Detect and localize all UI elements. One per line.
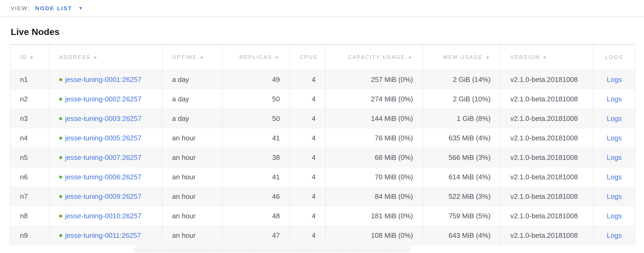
cell-address: jesse-tuning-0001:26257 [50,70,162,89]
column-header-address[interactable]: ADDRESS▼ [50,45,162,70]
cell-version: v2.1.0-beta.20181008 [501,206,594,226]
cell-mem_usage: 522 MiB (3%) [423,187,501,206]
sort-desc-icon: ▼ [93,55,98,60]
node-address-link[interactable]: jesse-tuning-0011:26257 [65,231,141,240]
column-header-id[interactable]: ID▼ [10,45,50,70]
cell-logs: Logs [594,109,635,128]
node-address-link[interactable]: jesse-tuning-0006:26257 [65,173,141,181]
cell-replicas: 41 [222,167,290,187]
cell-replicas: 49 [222,70,290,89]
column-header-label: VERSION [510,54,540,60]
node-status-icon [59,117,62,120]
column-header-version[interactable]: VERSION▼ [501,45,594,70]
cell-version: v2.1.0-beta.20181008 [501,128,594,148]
cell-address: jesse-tuning-0010:26257 [50,206,162,226]
cell-version: v2.1.0-beta.20181008 [501,167,594,187]
cell-uptime: an hour [162,226,222,245]
cell-cpus: 4 [290,128,326,148]
cell-logs: Logs [594,226,635,245]
cell-replicas: 41 [222,128,290,148]
column-header-replicas[interactable]: REPLICAS▼ [222,45,290,70]
cell-capacity_usage: 108 MiB (0%) [326,226,423,245]
cell-capacity_usage: 76 MiB (0%) [326,128,423,148]
column-header-mem_usage[interactable]: MEM USAGE▼ [423,45,501,70]
cell-capacity_usage: 257 MiB (0%) [326,70,423,89]
table-row: n6jesse-tuning-0006:26257an hour41470 Mi… [10,167,635,187]
node-address-link[interactable]: jesse-tuning-0010:26257 [65,212,141,220]
view-selector-dropdown[interactable]: NODE LIST ▼ [35,5,83,11]
cell-address: jesse-tuning-0005:26257 [50,128,162,148]
column-header-label: ADDRESS [59,54,91,60]
cell-cpus: 4 [290,206,326,226]
cell-address: jesse-tuning-0006:26257 [50,167,162,187]
cell-logs: Logs [594,167,635,187]
table-row: n9jesse-tuning-0011:26257an hour474108 M… [10,226,635,245]
table-row: n7jesse-tuning-0009:26257an hour46484 Mi… [10,187,635,206]
sort-desc-icon: ▼ [408,55,413,60]
column-header-capacity_usage[interactable]: CAPACITY USAGE▼ [326,45,423,70]
column-header-uptime[interactable]: UPTIME▼ [162,45,222,70]
cell-cpus: 4 [290,70,326,89]
column-header-label: LOGS [605,54,623,60]
node-address-link[interactable]: jesse-tuning-0007:26257 [65,153,141,162]
node-status-icon [59,98,62,101]
horizontal-scrollbar-thumb[interactable] [133,246,411,252]
node-logs-link[interactable]: Logs [607,231,622,239]
column-header-label: UPTIME [172,54,197,60]
node-status-icon [59,78,62,81]
cell-uptime: a day [162,89,222,109]
cell-address: jesse-tuning-0003:26257 [50,109,162,128]
cell-uptime: a day [162,70,222,89]
node-logs-link[interactable]: Logs [607,212,622,220]
node-status-icon [59,137,62,140]
cell-mem_usage: 2 GiB (14%) [423,70,501,89]
cell-replicas: 50 [222,109,290,128]
cell-id: n2 [10,89,50,109]
cell-version: v2.1.0-beta.20181008 [501,70,594,89]
cell-id: n8 [10,206,50,226]
cell-address: jesse-tuning-0007:26257 [50,148,162,167]
cell-version: v2.1.0-beta.20181008 [501,187,594,206]
node-logs-link[interactable]: Logs [607,134,622,142]
column-header-label: CPUS [300,54,318,60]
node-logs-link[interactable]: Logs [607,173,622,181]
cell-cpus: 4 [290,89,326,109]
cell-version: v2.1.0-beta.20181008 [501,89,594,109]
node-address-link[interactable]: jesse-tuning-0002:26257 [65,95,141,103]
cell-capacity_usage: 144 MiB (0%) [326,109,423,128]
view-bar: VIEW: NODE LIST ▼ [0,0,644,17]
node-address-link[interactable]: jesse-tuning-0009:26257 [65,192,141,201]
cell-mem_usage: 566 MiB (3%) [423,148,501,167]
cell-logs: Logs [594,206,635,226]
node-address-link[interactable]: jesse-tuning-0003:26257 [65,114,141,123]
cell-mem_usage: 759 MiB (5%) [423,206,501,226]
node-logs-link[interactable]: Logs [607,95,622,103]
cell-logs: Logs [594,89,635,109]
column-header-label: MEM USAGE [443,54,483,60]
cell-id: n9 [10,226,50,245]
node-status-icon [59,234,62,237]
node-logs-link[interactable]: Logs [607,192,622,200]
cell-cpus: 4 [290,148,326,167]
cell-mem_usage: 635 MiB (4%) [423,128,501,148]
column-header-label: ID [20,54,27,60]
cell-cpus: 4 [290,187,326,206]
cell-cpus: 4 [290,226,326,245]
page-title: Live Nodes [11,27,644,37]
table-row: n5jesse-tuning-0007:26257an hour38468 Mi… [10,148,635,167]
cell-mem_usage: 2 GiB (10%) [423,89,501,109]
table-header-row: ID▼ADDRESS▼UPTIME▼REPLICAS▼CPUSCAPACITY … [10,45,635,70]
node-address-link[interactable]: jesse-tuning-0001:26257 [65,76,141,84]
cell-address: jesse-tuning-0011:26257 [50,226,162,245]
sort-desc-icon: ▼ [485,55,491,60]
cell-id: n4 [10,128,50,148]
cell-uptime: an hour [162,187,222,206]
node-logs-link[interactable]: Logs [607,153,622,161]
node-logs-link[interactable]: Logs [607,76,622,84]
cell-capacity_usage: 274 MiB (0%) [326,89,423,109]
node-address-link[interactable]: jesse-tuning-0005:26257 [65,134,141,142]
cell-uptime: an hour [162,206,222,226]
cell-uptime: a day [162,109,222,128]
cell-id: n5 [10,148,50,167]
node-logs-link[interactable]: Logs [607,114,622,122]
